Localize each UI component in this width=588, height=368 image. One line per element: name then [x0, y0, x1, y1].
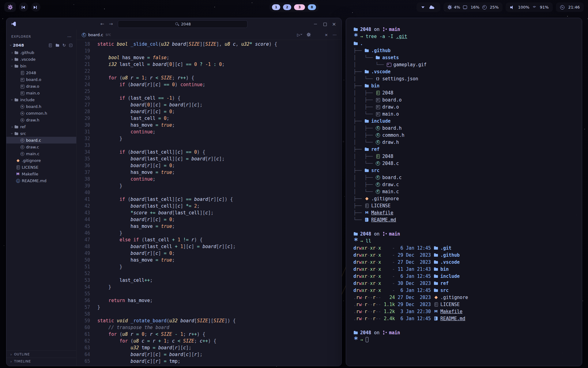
code-line-25[interactable]: 25	[77, 88, 341, 95]
code-line-59[interactable]: 59static void _rotate_board(u32 board[SI…	[77, 317, 341, 324]
refresh-icon[interactable]: ↻	[62, 43, 66, 48]
code-line-38[interactable]: 38continue;	[77, 176, 341, 182]
media-next-button[interactable]	[31, 2, 40, 12]
command-center-search[interactable]: 2048	[118, 20, 248, 28]
workspace-3[interactable]: 3	[294, 4, 305, 10]
code-line-63[interactable]: 63u32 tmp = board[r][c];	[77, 344, 341, 351]
code-line-37[interactable]: 37has_move = true;	[77, 169, 341, 176]
tree-item-LICENSE[interactable]: LICENSE	[6, 164, 76, 171]
system-stats-widget[interactable]: 4% 16% 25%	[443, 2, 503, 12]
code-line-64[interactable]: 64board[r][c] = board[c][r];	[77, 351, 341, 358]
tree-item-bin[interactable]: ›bin	[6, 63, 76, 69]
code-line-36[interactable]: 36board[r][c] = 0;	[77, 162, 341, 169]
code-line-56[interactable]: 56return has_move;	[77, 297, 341, 304]
code-line-22[interactable]: 22	[77, 68, 341, 75]
media-prev-button[interactable]	[19, 2, 28, 12]
code-line-60[interactable]: 60// transpose the board	[77, 324, 341, 331]
code-line-24[interactable]: 24if (board[r][c] == 0) continue;	[77, 81, 341, 88]
code-line-28[interactable]: 28board[r][c] = 0;	[77, 108, 341, 115]
nav-back-icon[interactable]: ←	[100, 21, 104, 27]
tree-item-.github[interactable]: ›.github	[6, 49, 76, 56]
code-line-23[interactable]: 23for (u8 r = 1; r < SIZE; r++) {	[77, 75, 341, 81]
code-line-45[interactable]: 45has_move = true;	[77, 223, 341, 230]
code-line-30[interactable]: 30has_move = true;	[77, 122, 341, 128]
tree-item-.vscode[interactable]: ›.vscode	[6, 56, 76, 63]
more-actions-icon[interactable]: ⋯	[333, 33, 337, 37]
new-file-icon[interactable]	[48, 43, 52, 47]
code-line-41[interactable]: 41if (board[last_cell][c] == board[r][c]…	[77, 196, 341, 203]
launcher-button[interactable]	[4, 2, 16, 12]
tree-item-.gitignore[interactable]: .gitignore	[6, 157, 76, 164]
code-line-19[interactable]: 19	[77, 48, 341, 54]
code-line-47[interactable]: 47else if (last_cell + 1 != r) {	[77, 236, 341, 243]
code-area[interactable]: 18static bool _slide_col(u32 board[SIZE]…	[77, 40, 341, 366]
code-line-29[interactable]: 29last_cell = 0;	[77, 115, 341, 122]
code-line-48[interactable]: 48board[last_cell + 1][c] = board[r][c];	[77, 243, 341, 250]
tree-item-README.md[interactable]: README.md	[6, 177, 76, 184]
code-line-65[interactable]: 65board[c][r] = tmp;	[77, 358, 341, 365]
code-line-21[interactable]: 21i32 last_cell = board[0][c] == 0 ? -1 …	[77, 61, 341, 68]
maximize-button[interactable]	[323, 22, 327, 26]
settings-gear-icon[interactable]	[307, 33, 311, 37]
tree-item-board.h[interactable]: board.h	[6, 103, 76, 110]
tree-item-draw.c[interactable]: draw.c	[6, 144, 76, 150]
tree-item-src[interactable]: ›src	[6, 130, 76, 137]
explorer-more-icon[interactable]: ⋯	[67, 34, 72, 39]
code-line-61[interactable]: 61for (u8 r = 0; r < SIZE - 1; r++) {	[77, 331, 341, 338]
workspace-1[interactable]: 1	[272, 4, 280, 10]
tree-item-main.o[interactable]: main.o	[6, 90, 76, 96]
split-editor-icon[interactable]	[315, 33, 320, 37]
collapse-all-icon[interactable]	[69, 43, 73, 47]
outline-panel[interactable]: › OUTLINE	[6, 351, 76, 358]
tree-item-2048[interactable]: 2048	[6, 69, 76, 76]
code-line-57[interactable]: 57}	[77, 304, 341, 311]
code-line-33[interactable]: 33	[77, 142, 341, 149]
tree-item-ref[interactable]: ›ref	[6, 123, 76, 130]
code-line-32[interactable]: 32}	[77, 135, 341, 142]
run-icon[interactable]: ▷	[297, 33, 302, 37]
code-line-42[interactable]: 42board[last_cell][c] *= 2;	[77, 203, 341, 209]
close-button[interactable]: ×	[332, 22, 336, 26]
code-line-58[interactable]: 58	[77, 311, 341, 317]
minimize-button[interactable]	[314, 22, 318, 26]
tree-item-include[interactable]: ›include	[6, 96, 76, 103]
code-line-39[interactable]: 39}	[77, 182, 341, 189]
code-line-53[interactable]: 53last_cell++;	[77, 277, 341, 284]
code-line-49[interactable]: 49board[r][c] = 0;	[77, 250, 341, 257]
vscode-titlebar[interactable]: ← → 2048 ×	[6, 18, 341, 30]
tree-item-Makefile[interactable]: Makefile	[6, 171, 76, 177]
code-line-44[interactable]: 44board[r][c] = 0;	[77, 216, 341, 223]
code-line-54[interactable]: 54}	[77, 284, 341, 290]
tree-item-board.o[interactable]: board.o	[6, 76, 76, 83]
tree-item-main.c[interactable]: main.c	[6, 150, 76, 157]
tree-item-draw.h[interactable]: draw.h	[6, 117, 76, 123]
code-line-40[interactable]: 40	[77, 189, 341, 196]
close-editor-icon[interactable]: ×	[325, 33, 328, 37]
code-line-27[interactable]: 27board[0][c] = board[r][c];	[77, 102, 341, 108]
tree-item-board.c[interactable]: board.c	[6, 137, 76, 144]
tree-item-common.h[interactable]: common.h	[6, 110, 76, 117]
code-line-43[interactable]: 43*score += board[last_cell][c];	[77, 209, 341, 216]
new-folder-icon[interactable]	[55, 43, 60, 47]
workspace-2[interactable]: 2	[283, 4, 291, 10]
code-line-18[interactable]: 18static bool _slide_col(u32 board[SIZE]…	[77, 41, 341, 48]
code-line-46[interactable]: 46}	[77, 230, 341, 236]
tree-item-draw.o[interactable]: draw.o	[6, 83, 76, 90]
weather-widget[interactable]	[417, 2, 440, 12]
code-line-55[interactable]: 55	[77, 290, 341, 297]
code-line-26[interactable]: 26if (last_cell == -1) {	[77, 95, 341, 102]
code-line-34[interactable]: 34if (board[last_cell][c] == 0) {	[77, 149, 341, 155]
timeline-panel[interactable]: › TIMELINE	[6, 358, 76, 365]
project-root-row[interactable]: › 2048 ↻	[6, 41, 76, 49]
code-line-52[interactable]: 52	[77, 270, 341, 277]
code-line-35[interactable]: 35board[last_cell][c] = board[r][c];	[77, 155, 341, 162]
workspace-8[interactable]: 8	[308, 4, 316, 10]
tab-board.c[interactable]: board.c src	[81, 33, 111, 37]
audio-network-widget[interactable]: 100% 91%	[506, 2, 552, 12]
code-line-31[interactable]: 31continue;	[77, 128, 341, 135]
code-line-50[interactable]: 50has_move = true;	[77, 257, 341, 263]
nav-forward-icon[interactable]: →	[109, 21, 113, 27]
clock-widget[interactable]: 21:46	[556, 2, 584, 12]
code-line-51[interactable]: 51}	[77, 263, 341, 270]
code-line-62[interactable]: 62for (u8 c = r + 1; c < SIZE; c++) {	[77, 338, 341, 344]
